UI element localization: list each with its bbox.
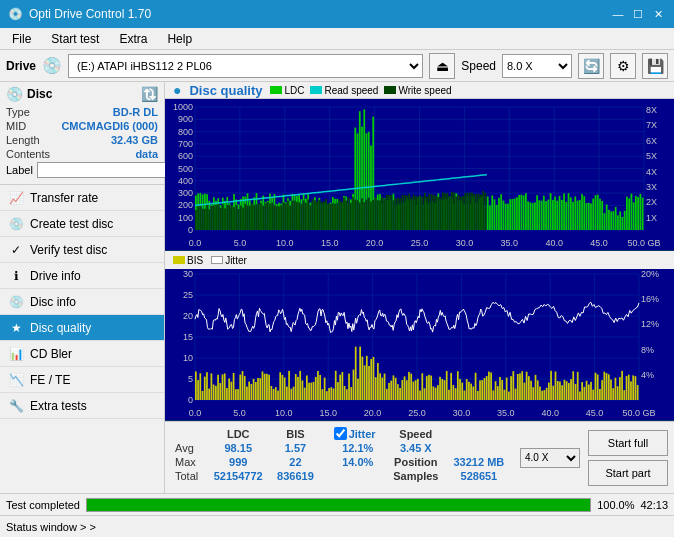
drive-info-icon: ℹ	[8, 269, 24, 283]
speed-select[interactable]: 8.0 X	[502, 54, 572, 78]
bottom-chart	[165, 269, 674, 421]
length-value: 32.43 GB	[111, 134, 158, 146]
max-bis: 22	[270, 455, 320, 469]
jitter-legend-color	[211, 256, 223, 264]
drive-label: Drive	[6, 59, 36, 73]
sidebar-item-cd-bler[interactable]: 📊 CD Bler	[0, 341, 164, 367]
top-chart-canvas	[165, 99, 674, 250]
disc-refresh-icon[interactable]: 🔃	[141, 86, 158, 102]
verify-test-disc-icon: ✓	[8, 243, 24, 257]
eject-button[interactable]: ⏏	[429, 53, 455, 79]
start-full-button[interactable]: Start full	[588, 430, 668, 456]
speed-label: Speed	[461, 59, 496, 73]
main-layout: 💿 Disc 🔃 Type BD-R DL MID CMCMAGDI6 (000…	[0, 82, 674, 493]
start-part-button[interactable]: Start part	[588, 460, 668, 486]
avg-ldc: 98.15	[206, 441, 270, 455]
max-label: Max	[171, 455, 206, 469]
drive-icon: 💿	[42, 56, 62, 75]
ldc-legend-label: LDC	[284, 85, 304, 96]
sidebar-nav: 📈 Transfer rate 💿 Create test disc ✓ Ver…	[0, 185, 164, 493]
app-title: Opti Drive Control 1.70	[29, 7, 151, 21]
progress-bar-wrapper	[86, 498, 591, 512]
disc-quality-icon: ★	[8, 321, 24, 335]
app-icon: 💿	[8, 7, 23, 21]
disc-info-panel: 💿 Disc 🔃 Type BD-R DL MID CMCMAGDI6 (000…	[0, 82, 164, 185]
cd-bler-icon: 📊	[8, 347, 24, 361]
disc-panel-title: Disc	[27, 87, 52, 101]
sidebar-item-disc-quality[interactable]: ★ Disc quality	[0, 315, 164, 341]
speed-section: 4.0 X	[520, 426, 580, 489]
action-buttons: Start full Start part	[588, 426, 668, 489]
close-button[interactable]: ✕	[650, 6, 666, 22]
cd-bler-label: CD Bler	[30, 347, 72, 361]
type-value: BD-R DL	[113, 106, 158, 118]
label-label: Label	[6, 164, 33, 176]
write-speed-legend-color	[384, 86, 396, 94]
avg-bis: 1.57	[270, 441, 320, 455]
sidebar-item-extra-tests[interactable]: 🔧 Extra tests	[0, 393, 164, 419]
total-label: Total	[171, 469, 206, 483]
position-label: Position	[386, 455, 446, 469]
disc-quality-header-icon: ●	[173, 82, 181, 98]
avg-label: Avg	[171, 441, 206, 455]
fe-te-label: FE / TE	[30, 373, 70, 387]
drive-info-label: Drive info	[30, 269, 81, 283]
sidebar-item-verify-test-disc[interactable]: ✓ Verify test disc	[0, 237, 164, 263]
type-label: Type	[6, 106, 30, 118]
minimize-button[interactable]: —	[610, 6, 626, 22]
total-ldc: 52154772	[206, 469, 270, 483]
stats-bar: LDC BIS Jitter Speed	[165, 421, 674, 493]
bis-jitter-legend-row: BIS Jitter	[165, 251, 674, 269]
title-bar: 💿 Opti Drive Control 1.70 — ☐ ✕	[0, 0, 674, 28]
speed-col-header: Speed	[386, 426, 446, 441]
maximize-button[interactable]: ☐	[630, 6, 646, 22]
settings-button[interactable]: ⚙	[610, 53, 636, 79]
status-label: Test completed	[6, 499, 80, 511]
status-bar: Test completed 100.0% 42:13	[0, 493, 674, 515]
fe-te-icon: 📉	[8, 373, 24, 387]
sidebar-item-create-test-disc[interactable]: 💿 Create test disc	[0, 211, 164, 237]
jitter-checkbox[interactable]	[334, 427, 347, 440]
progress-text: 100.0%	[597, 499, 634, 511]
legend: LDC Read speed Write speed	[270, 85, 451, 96]
disc-quality-label: Disc quality	[30, 321, 91, 335]
sidebar: 💿 Disc 🔃 Type BD-R DL MID CMCMAGDI6 (000…	[0, 82, 165, 493]
top-chart	[165, 99, 674, 251]
jitter-legend-label: Jitter	[225, 255, 247, 266]
disc-quality-header: ● Disc quality LDC Read speed Write spee…	[165, 82, 674, 99]
length-label: Length	[6, 134, 40, 146]
jitter-checkbox-label[interactable]: Jitter	[334, 427, 382, 440]
mid-value: CMCMAGDI6 (000)	[61, 120, 158, 132]
menu-file[interactable]: File	[4, 30, 39, 48]
avg-speed: 3.45 X	[386, 441, 446, 455]
refresh-button[interactable]: 🔄	[578, 53, 604, 79]
drive-select[interactable]: (E:) ATAPI iHBS112 2 PL06	[68, 54, 423, 78]
test-speed-select[interactable]: 4.0 X	[520, 448, 580, 468]
mid-label: MID	[6, 120, 26, 132]
extra-tests-icon: 🔧	[8, 399, 24, 413]
sidebar-item-disc-info[interactable]: 💿 Disc info	[0, 289, 164, 315]
create-test-disc-label: Create test disc	[30, 217, 113, 231]
menu-extra[interactable]: Extra	[111, 30, 155, 48]
transfer-rate-label: Transfer rate	[30, 191, 98, 205]
sidebar-item-fe-te[interactable]: 📉 FE / TE	[0, 367, 164, 393]
menu-start-test[interactable]: Start test	[43, 30, 107, 48]
label-input[interactable]	[37, 162, 166, 178]
extra-tests-label: Extra tests	[30, 399, 87, 413]
status-window-bar[interactable]: Status window > >	[0, 515, 674, 537]
charts-area: BIS Jitter	[165, 99, 674, 421]
sidebar-item-drive-info[interactable]: ℹ Drive info	[0, 263, 164, 289]
sidebar-item-transfer-rate[interactable]: 📈 Transfer rate	[0, 185, 164, 211]
read-speed-legend-label: Read speed	[324, 85, 378, 96]
bottom-chart-canvas	[165, 269, 674, 420]
progress-bar-fill	[87, 499, 590, 511]
save-button[interactable]: 💾	[642, 53, 668, 79]
contents-value: data	[135, 148, 158, 160]
jitter-col-header: Jitter	[349, 428, 376, 440]
ldc-legend-color	[270, 86, 282, 94]
disc-info-label: Disc info	[30, 295, 76, 309]
menu-help[interactable]: Help	[159, 30, 200, 48]
max-ldc: 999	[206, 455, 270, 469]
bis-col-header: BIS	[270, 426, 320, 441]
menu-bar: File Start test Extra Help	[0, 28, 674, 50]
